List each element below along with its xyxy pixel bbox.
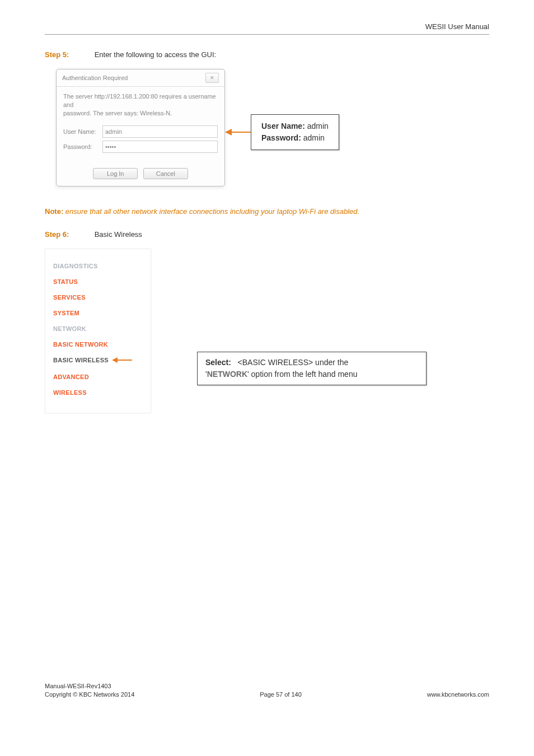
sidebar-item-basic-wireless[interactable]: BASIC WIRELESS (53, 352, 145, 369)
sidebar-item-system[interactable]: SYSTEM (53, 305, 145, 321)
footer-center: Page 57 of 140 (260, 690, 302, 699)
sidebar-item-basic-network[interactable]: BASIC NETWORK (53, 337, 145, 352)
select-callout: Select: <BASIC WIRELESS> under the 'NETW… (197, 352, 427, 385)
sidebar-item-diagnostics[interactable]: DIAGNOSTICS (53, 258, 145, 274)
note-label: Note: (45, 207, 63, 216)
cred-pass-label: Password: (261, 133, 301, 142)
username-label: User Name: (63, 128, 102, 135)
auth-dialog: Authentication Required ✕ The server htt… (56, 69, 225, 186)
sidebar-item-advanced[interactable]: ADVANCED (53, 369, 145, 385)
password-label: Password: (63, 143, 102, 150)
step5-label: Step 5: (45, 50, 92, 59)
cred-pass-value-text: admin (303, 133, 325, 142)
sidebar-item-services[interactable]: SERVICES (53, 290, 145, 305)
callout-tail1: under the (315, 358, 348, 367)
step6-line: Step 6: Basic Wireless (45, 230, 489, 239)
callout-select-value: <BASIC WIRELESS> (238, 358, 313, 367)
sidebar-item-label: NETWORK (53, 325, 86, 332)
step5-text: Enter the following to access the GUI: (95, 50, 217, 59)
footer-left2: Copyright © KBC Networks 2014 (45, 690, 134, 699)
step6-label: Step 6: (45, 230, 92, 239)
password-input[interactable] (102, 141, 218, 153)
step5-line: Step 5: Enter the following to access th… (45, 50, 489, 59)
callout-network: NETWORK (207, 370, 247, 379)
left-nav-sidebar: DIAGNOSTICSSTATUSSERVICESSYSTEMNETWORKBA… (45, 249, 151, 413)
page-header: WESII User Manual (45, 22, 489, 35)
auth-figure: Authentication Required ✕ The server htt… (45, 69, 489, 186)
close-icon[interactable]: ✕ (205, 73, 219, 83)
sidebar-item-label: BASIC WIRELESS (53, 357, 109, 363)
sidebar-item-label: ADVANCED (53, 374, 89, 380)
sidebar-item-label: DIAGNOSTICS (53, 263, 98, 269)
note-block: Note: ensure that all other network inte… (45, 207, 489, 217)
sidebar-item-label: STATUS (53, 278, 78, 285)
arrow-left-icon (109, 357, 132, 365)
cred-user-label: User Name: (261, 122, 305, 130)
sidebar-item-label: WIRELESS (53, 389, 87, 396)
footer-left1: Manual-WESII-Rev1403 (45, 682, 134, 690)
step6-text: Basic Wireless (95, 230, 142, 239)
doc-title: WESII User Manual (425, 22, 489, 31)
note-text: ensure that all other network interface … (65, 207, 359, 216)
footer-right: www.kbcnetworks.com (427, 690, 489, 699)
svg-marker-1 (225, 129, 232, 136)
dialog-msg-line1: The server http://192.168.1.200:80 requi… (63, 93, 216, 108)
login-button[interactable]: Log In (93, 168, 138, 179)
dialog-message: The server http://192.168.1.200:80 requi… (63, 92, 218, 118)
callout-select-label: Select: (205, 358, 231, 367)
dialog-titlebar: Authentication Required ✕ (57, 69, 224, 87)
cancel-button[interactable]: Cancel (143, 168, 188, 179)
username-input[interactable] (102, 125, 218, 138)
page-footer: Manual-WESII-Rev1403 Copyright © KBC Net… (45, 682, 489, 699)
sidebar-item-network[interactable]: NETWORK (53, 321, 145, 337)
dialog-title-text: Authentication Required (62, 74, 128, 81)
credentials-callout: User Name: admin Password: admin (251, 114, 339, 150)
cred-user-value-text: admin (307, 122, 329, 130)
sidebar-item-status[interactable]: STATUS (53, 274, 145, 290)
sidebar-item-label: SERVICES (53, 294, 86, 301)
sidebar-item-wireless[interactable]: WIRELESS (53, 385, 145, 400)
sidebar-figure: DIAGNOSTICSSTATUSSERVICESSYSTEMNETWORKBA… (45, 249, 489, 413)
sidebar-item-label: SYSTEM (53, 310, 79, 316)
arrow-left-icon (225, 127, 251, 138)
svg-marker-3 (112, 357, 118, 363)
dialog-msg-line2: password. The server says: Wireless-N. (63, 110, 172, 116)
sidebar-item-label: BASIC NETWORK (53, 341, 108, 348)
callout-line2b: ' option from the left hand menu (247, 370, 357, 379)
